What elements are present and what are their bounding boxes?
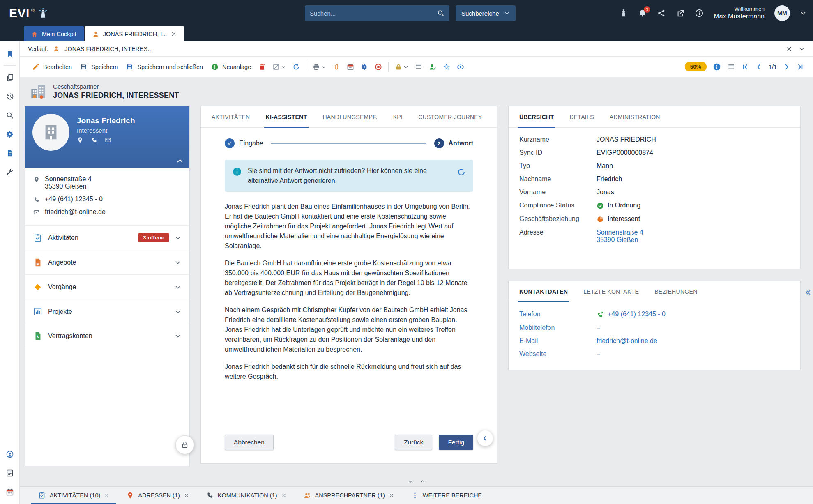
tab-handlungsempf[interactable]: HANDLUNGSEMPF.: [322, 106, 377, 127]
bottom-tab-aktivitaeten[interactable]: AKTIVITÄTEN (10): [30, 487, 118, 504]
phone-link[interactable]: +49 (641) 12345 - 0: [608, 311, 666, 318]
campaign-button[interactable]: [371, 63, 385, 71]
profile-avatar[interactable]: [32, 114, 69, 151]
close-tab-icon[interactable]: [281, 493, 286, 498]
finish-button[interactable]: Fertig: [439, 435, 473, 450]
support-icon[interactable]: [2, 445, 18, 464]
bottom-tab-ansprechpartner[interactable]: ANSPRECHPARTNER (1): [295, 487, 403, 504]
notifications-button[interactable]: 1: [638, 9, 647, 18]
cancel-button[interactable]: Abbrechen: [225, 435, 274, 450]
tab-customer-journey[interactable]: CUSTOMER JOURNEY: [418, 106, 482, 127]
services-button[interactable]: [357, 63, 371, 71]
close-tab-icon[interactable]: [104, 493, 109, 498]
create-new-button[interactable]: Neuanlage: [207, 63, 255, 71]
tab-aktivitaeten[interactable]: AKTIVITÄTEN: [212, 106, 250, 127]
tab-mein-cockpit[interactable]: Mein Cockpit: [24, 26, 84, 41]
save-and-close-button[interactable]: Speichern und schließen: [122, 63, 207, 71]
global-search[interactable]: [305, 5, 449, 21]
history-icon[interactable]: [2, 87, 18, 106]
collapse-profile-button[interactable]: [176, 157, 184, 165]
close-tab-icon[interactable]: [389, 493, 394, 498]
email-address[interactable]: friedrich@t-online.de: [45, 208, 106, 216]
edit-button[interactable]: Bearbeiten: [28, 63, 76, 71]
bottom-tab-kommunikation[interactable]: KOMMUNIKATION (1): [198, 487, 295, 504]
step-eingabe-done-icon[interactable]: [225, 138, 235, 148]
delete-button[interactable]: [255, 63, 269, 71]
user-avatar[interactable]: MM: [774, 5, 790, 21]
tab-kpi[interactable]: KPI: [393, 106, 403, 127]
next-page-icon[interactable]: [783, 63, 790, 71]
chevron-down-icon[interactable]: [408, 479, 413, 484]
tab-uebersicht[interactable]: ÜBERSICHT: [519, 106, 554, 127]
history-current-item[interactable]: JONAS FRIEDRICH, INTERES...: [64, 46, 152, 52]
regenerate-answer-icon[interactable]: [457, 168, 466, 177]
gear-icon[interactable]: [2, 125, 18, 144]
refresh-button[interactable]: [289, 63, 303, 71]
close-tab-icon[interactable]: [171, 31, 177, 37]
section-projekte[interactable]: Projekte: [25, 299, 189, 324]
revert-button[interactable]: [269, 63, 289, 71]
back-button[interactable]: Zurück: [395, 435, 432, 450]
tab-kontaktdaten[interactable]: KONTAKTDATEN: [519, 281, 568, 302]
app-logo[interactable]: EVI ®: [9, 7, 48, 19]
print-button[interactable]: [309, 63, 329, 71]
tab-beziehungen[interactable]: BEZIEHUNGEN: [654, 281, 697, 302]
search-icon[interactable]: [437, 9, 445, 17]
menu-icon[interactable]: [727, 63, 735, 71]
chevron-up-icon[interactable]: [420, 479, 425, 484]
phone-forward-icon[interactable]: [597, 311, 604, 318]
share-icon[interactable]: [657, 9, 666, 18]
appointment-button[interactable]: [343, 63, 357, 71]
user-menu-chevron-icon[interactable]: [800, 10, 806, 16]
info-icon[interactable]: [713, 63, 721, 71]
calendar-icon[interactable]: [2, 483, 18, 502]
tab-administration[interactable]: ADMINISTRATION: [610, 106, 660, 127]
collapse-panel-button[interactable]: [477, 430, 493, 446]
expand-side-panel-button[interactable]: [805, 289, 811, 296]
section-vertragskonten[interactable]: Vertragskonten: [25, 324, 189, 348]
report-icon[interactable]: [2, 144, 18, 163]
bookmark-icon[interactable]: [2, 45, 18, 64]
phone-number[interactable]: +49 (641) 12345 - 0: [45, 196, 103, 203]
save-button[interactable]: Speichern: [76, 63, 122, 71]
tab-jonas-friedrich[interactable]: JONAS FRIEDRICH, I...: [85, 26, 184, 41]
copy-icon[interactable]: [2, 68, 18, 87]
tab-details[interactable]: DETAILS: [569, 106, 594, 127]
watch-button[interactable]: [454, 63, 468, 71]
phone-icon[interactable]: [91, 137, 97, 143]
lock-record-button[interactable]: [175, 435, 194, 454]
mail-icon[interactable]: [105, 137, 111, 143]
step-antwort-number[interactable]: 2: [434, 138, 444, 148]
tower-icon[interactable]: [619, 9, 628, 18]
address-link-line-2[interactable]: 35390 Gießen: [597, 236, 643, 244]
note-icon[interactable]: [2, 464, 18, 483]
last-page-icon[interactable]: [797, 63, 804, 71]
assign-person-button[interactable]: [426, 63, 440, 71]
close-history-icon[interactable]: [786, 46, 792, 52]
favorite-button[interactable]: [440, 63, 454, 71]
advanced-search-icon[interactable]: [2, 106, 18, 125]
first-page-icon[interactable]: [742, 63, 749, 71]
tab-letzte-kontakte[interactable]: LETZTE KONTAKTE: [583, 281, 639, 302]
email-link[interactable]: friedrich@t-online.de: [597, 337, 657, 345]
location-pin-icon[interactable]: [77, 137, 83, 143]
data-quality-badge[interactable]: 50%: [685, 62, 707, 71]
wrench-icon[interactable]: [2, 163, 18, 182]
history-dropdown-chevron-icon[interactable]: [799, 46, 805, 52]
address-link-line-1[interactable]: Sonnenstraße 4: [597, 229, 643, 236]
attachment-button[interactable]: [329, 63, 343, 71]
bottom-tab-adressen[interactable]: ADRESSEN (1): [118, 487, 198, 504]
section-angebote[interactable]: Angebote: [25, 250, 189, 274]
open-in-new-window-icon[interactable]: [676, 9, 685, 18]
section-vorgaenge[interactable]: Vorgänge: [25, 274, 189, 299]
queue-button[interactable]: [412, 63, 426, 71]
previous-page-icon[interactable]: [755, 63, 762, 71]
help-icon[interactable]: [695, 9, 704, 18]
lock-button[interactable]: [392, 63, 412, 71]
search-input[interactable]: [310, 10, 437, 17]
bottom-tab-weitere-bereiche[interactable]: WEITERE BEREICHE: [403, 487, 491, 504]
tab-ki-assistent[interactable]: KI-ASSISTENT: [266, 106, 307, 127]
close-tab-icon[interactable]: [184, 493, 189, 498]
section-aktivitaeten[interactable]: Aktivitäten 3 offene: [25, 225, 189, 250]
search-areas-dropdown[interactable]: Suchbereiche: [456, 5, 516, 21]
